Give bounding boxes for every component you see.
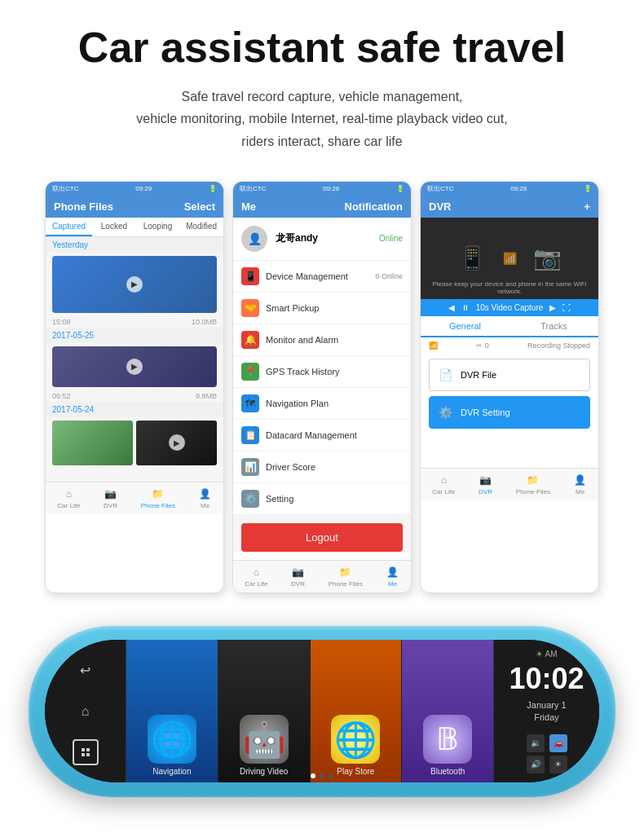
p1-video-time-1: 15:08 bbox=[52, 318, 71, 326]
p2-menu-item-2[interactable]: 🤝 Smart Pickup bbox=[233, 293, 411, 324]
p2-menu-item-4[interactable]: 📍 GPS Track History bbox=[233, 356, 411, 388]
p1-tab-locked[interactable]: Locked bbox=[92, 218, 136, 236]
p3-dvr-file-btn[interactable]: 📄 DVR File bbox=[429, 359, 590, 391]
p3-ctrl-next[interactable]: ▶ bbox=[549, 303, 556, 312]
playstore-icon: 🌐 bbox=[334, 720, 377, 760]
p2-nav-phonefiles[interactable]: 📁 Phone Files bbox=[329, 566, 363, 588]
p3-nav-me[interactable]: 👤 Me bbox=[574, 474, 587, 496]
p2-nav-carlife[interactable]: ⌂ Car Life bbox=[245, 566, 267, 588]
p2-user-row: 👤 龙哥andy Online bbox=[233, 218, 411, 261]
p3-me-icon: 👤 bbox=[574, 474, 587, 487]
mirror-outer: ↩ ⌂ 🌐 bbox=[29, 626, 615, 797]
brightness-btn[interactable]: ☀ bbox=[549, 756, 567, 773]
p2-menu-item-3[interactable]: 🔔 Monitor and Alarm bbox=[233, 324, 411, 356]
mirror-app-playstore[interactable]: 🌐 Play Store bbox=[311, 640, 403, 782]
mirror-app-bluetooth[interactable]: 𝔹 Bluetooth bbox=[402, 640, 493, 782]
vol-down-btn[interactable]: 🔉 bbox=[527, 734, 545, 752]
p3-dvr-file-label: DVR File bbox=[461, 370, 496, 380]
p3-tab-tracks[interactable]: Tracks bbox=[509, 316, 598, 336]
bluetooth-icon: 𝔹 bbox=[436, 721, 459, 757]
p2-nav-me[interactable]: 👤 Me bbox=[386, 566, 399, 588]
p2-username: 龙哥andy bbox=[276, 231, 379, 245]
p1-thumbs-row: ▶ bbox=[52, 421, 217, 465]
clock-date: January 1 Friday bbox=[527, 699, 566, 725]
mirror-apps-grid: 🌐 Navigation 🤖 Driving Video bbox=[126, 640, 493, 782]
p2-setting-icon: ⚙️ bbox=[241, 490, 259, 508]
p1-date-yesterday: Yesterday bbox=[46, 237, 223, 253]
p2-device-icon: 📱 bbox=[241, 267, 259, 285]
p3-nav-phonefiles[interactable]: 📁 Phone Files bbox=[516, 474, 550, 496]
p1-tabs: Captured Locked Looping Modified bbox=[46, 218, 223, 237]
p1-title: Phone Files bbox=[54, 200, 113, 213]
globe-icon: 🌐 bbox=[151, 720, 193, 760]
p2-driver-icon: 📊 bbox=[241, 458, 259, 476]
dvideo-app-label: Driving Video bbox=[240, 767, 288, 776]
p1-play-btn-2[interactable]: ▶ bbox=[126, 359, 143, 375]
p2-monitor-icon: 🔔 bbox=[241, 331, 259, 349]
p2-menu-item-1[interactable]: 📱 Device Management 0 Online bbox=[233, 261, 411, 293]
p1-map-thumb[interactable] bbox=[52, 421, 133, 465]
p3-file-icon: 📄 bbox=[436, 366, 454, 384]
p1-play-btn-1[interactable]: ▶ bbox=[126, 276, 143, 293]
p3-nav-carlife[interactable]: ⌂ Car Life bbox=[432, 474, 455, 496]
p2-nav-icon: 🗺 bbox=[241, 394, 259, 412]
p3-ctrl-prev[interactable]: ◀ bbox=[448, 303, 455, 312]
p1-dvr-icon: 📷 bbox=[104, 487, 117, 500]
p3-carlife-icon: ⌂ bbox=[437, 474, 450, 487]
mirror-app-navigation[interactable]: 🌐 Navigation bbox=[126, 640, 218, 782]
p2-menu-item-8[interactable]: ⚙️ Setting bbox=[233, 483, 411, 515]
p3-action[interactable]: + bbox=[584, 200, 590, 213]
p3-ctrl-fullscreen[interactable]: ⛶ bbox=[562, 303, 571, 312]
p2-bottom-nav: ⌂ Car Life 📷 DVR 📁 Phone Files 👤 Me bbox=[233, 560, 411, 593]
p2-nav-label-2: DVR bbox=[291, 580, 305, 588]
p3-phone-icon: 📱 bbox=[458, 244, 487, 271]
p2-action[interactable]: Notification bbox=[345, 200, 404, 213]
p1-video-thumb-1[interactable]: ▶ bbox=[52, 256, 217, 313]
p2-nav-dvr[interactable]: 📷 DVR bbox=[291, 566, 305, 588]
p3-bottom-nav: ⌂ Car Life 📷 DVR 📁 Phone Files 👤 Me bbox=[421, 468, 598, 500]
mirror-back-btn[interactable]: ↩ bbox=[73, 658, 99, 684]
p1-date-2: 2017-05-25 bbox=[46, 328, 223, 343]
p2-header: Me Notification bbox=[233, 196, 411, 218]
p2-carlife-icon: ⌂ bbox=[249, 566, 262, 579]
p1-nav-phonefiles[interactable]: 📁 Phone Files bbox=[141, 487, 175, 509]
p3-nav-dvr[interactable]: 📷 DVR bbox=[479, 474, 492, 496]
p1-status-bar: 联出CTC 09:29 🔋 bbox=[46, 182, 223, 196]
mirror-apps-btn[interactable] bbox=[73, 739, 99, 765]
dvideo-app-icon: 🤖 bbox=[240, 715, 289, 764]
p2-logout-btn[interactable]: Logout bbox=[241, 523, 403, 552]
page-title: Car assistant safe travel bbox=[33, 24, 611, 71]
p2-menu-item-6[interactable]: 📋 Datacard Management bbox=[233, 420, 411, 452]
car-btn[interactable]: 🚗 bbox=[549, 734, 567, 752]
p1-tab-looping[interactable]: Looping bbox=[136, 218, 180, 236]
p3-dvr-setting-btn[interactable]: ⚙️ DVR Setting bbox=[429, 396, 590, 429]
camera-robot-icon: 🤖 bbox=[243, 720, 285, 760]
p1-action[interactable]: Select bbox=[184, 200, 215, 213]
bt-app-label: Bluetooth bbox=[430, 767, 465, 776]
p2-menu-label-6: Datacard Management bbox=[266, 430, 357, 440]
p2-nav-label-1: Car Life bbox=[245, 580, 267, 588]
mirror-app-driving-video[interactable]: 🤖 Driving Video bbox=[218, 640, 311, 782]
p2-menu-label-7: Driver Score bbox=[266, 462, 315, 472]
p3-dvr-setting-label: DVR Setting bbox=[461, 407, 510, 417]
p2-menu-item-7[interactable]: 📊 Driver Score bbox=[233, 452, 411, 483]
p1-nav-me[interactable]: 👤 Me bbox=[199, 487, 212, 509]
vol-up-btn[interactable]: 🔊 bbox=[527, 756, 545, 773]
mirror-dot-3 bbox=[329, 773, 333, 778]
p1-play-btn-3[interactable]: ▶ bbox=[169, 434, 185, 451]
p3-ctrl-pause[interactable]: ⏸ bbox=[461, 303, 470, 312]
p1-tab-modified[interactable]: Modified bbox=[179, 218, 223, 236]
p1-tab-captured[interactable]: Captured bbox=[46, 218, 92, 236]
p1-night-thumb[interactable]: ▶ bbox=[136, 421, 217, 465]
p3-tab-general[interactable]: General bbox=[421, 316, 509, 337]
mirror-home-btn[interactable]: ⌂ bbox=[73, 698, 99, 725]
p2-menu-item-5[interactable]: 🗺 Navigation Plan bbox=[233, 388, 411, 420]
p1-nav-dvr[interactable]: 📷 DVR bbox=[104, 487, 117, 509]
p1-video-thumb-2[interactable]: ▶ bbox=[52, 346, 217, 387]
mirror-dots bbox=[311, 773, 333, 778]
p3-dvr-icon: 📷 bbox=[479, 474, 492, 487]
mirror-section: ↩ ⌂ 🌐 bbox=[0, 610, 644, 822]
p3-tabs: General Tracks bbox=[421, 316, 598, 337]
playstore-app-label: Play Store bbox=[337, 767, 374, 776]
p1-nav-carlife[interactable]: ⌂ Car Life bbox=[57, 487, 80, 509]
